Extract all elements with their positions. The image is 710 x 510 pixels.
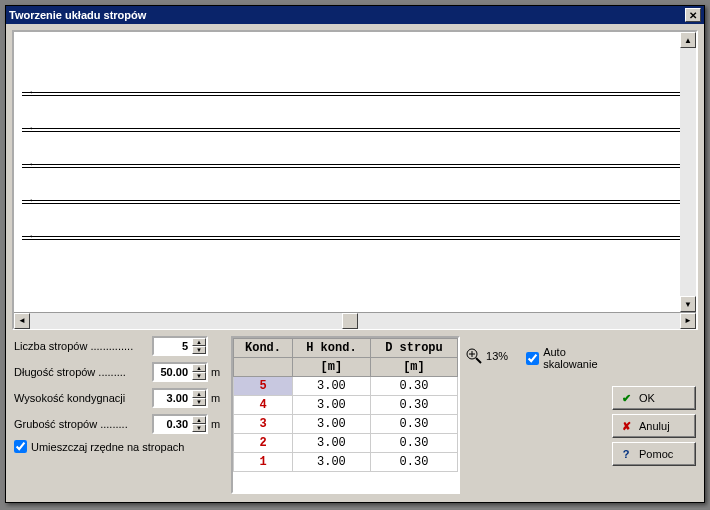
col-hkond-unit: [m] — [292, 358, 370, 377]
cell-kond[interactable]: 5 — [234, 377, 293, 396]
length-input[interactable] — [154, 364, 192, 380]
cell-h[interactable]: 3.00 — [292, 434, 370, 453]
col-hkond[interactable]: H kond. — [292, 339, 370, 358]
spin-up-icon[interactable]: ▲ — [192, 390, 206, 398]
cell-h[interactable]: 3.00 — [292, 377, 370, 396]
scroll-left-icon[interactable]: ◄ — [14, 313, 30, 329]
scroll-thumb[interactable] — [342, 313, 358, 329]
length-label: Długość stropów ......... — [14, 366, 152, 378]
vertical-scrollbar[interactable]: ▲ ▼ — [680, 32, 696, 312]
spin-up-icon[interactable]: ▲ — [192, 338, 206, 346]
autoscale-label: Auto skalowanie — [543, 346, 606, 370]
place-ordinates-label: Umieszczaj rzędne na stropach — [31, 441, 184, 453]
question-icon: ? — [619, 448, 633, 460]
arrow-left-icon: ← — [28, 158, 38, 169]
parameters-panel: Liczba stropów .............. ▲▼ Długość… — [14, 336, 225, 453]
close-icon[interactable]: ✕ — [685, 8, 701, 22]
cancel-button[interactable]: ✘ Anuluj — [612, 414, 696, 438]
thickness-stepper[interactable]: ▲▼ — [152, 414, 208, 434]
zoom-panel: 13% Auto skalowanie — [466, 336, 606, 370]
spin-down-icon[interactable]: ▼ — [192, 424, 206, 432]
thickness-label: Grubość stropów ......... — [14, 418, 152, 430]
scroll-right-icon[interactable]: ► — [680, 313, 696, 329]
cell-d[interactable]: 0.30 — [370, 396, 457, 415]
autoscale-input[interactable] — [526, 352, 539, 365]
spin-down-icon[interactable]: ▼ — [192, 398, 206, 406]
zoom-value: 13% — [486, 350, 508, 362]
titlebar: Tworzenie układu stropów ✕ — [6, 6, 704, 24]
cell-d[interactable]: 0.30 — [370, 377, 457, 396]
preview-panel: ← ← ← ← ← ▲ ▼ ◄ ► — [12, 30, 698, 330]
x-icon: ✘ — [619, 420, 633, 433]
slab-line: ← — [22, 200, 688, 204]
height-stepper[interactable]: ▲▼ — [152, 388, 208, 408]
slab-line: ← — [22, 236, 688, 240]
preview-canvas: ← ← ← ← ← — [14, 32, 696, 312]
cell-d[interactable]: 0.30 — [370, 434, 457, 453]
cell-kond[interactable]: 3 — [234, 415, 293, 434]
cell-d[interactable]: 0.30 — [370, 415, 457, 434]
cell-h[interactable]: 3.00 — [292, 415, 370, 434]
length-stepper[interactable]: ▲▼ — [152, 362, 208, 382]
autoscale-checkbox[interactable]: Auto skalowanie — [526, 346, 606, 370]
scroll-track[interactable] — [30, 313, 680, 329]
stories-stepper[interactable]: ▲▼ — [152, 336, 208, 356]
dialog-window: Tworzenie układu stropów ✕ ← ← ← ← ← ▲ ▼… — [5, 5, 705, 503]
slab-line: ← — [22, 164, 688, 168]
spin-down-icon[interactable]: ▼ — [192, 372, 206, 380]
unit-m: m — [211, 392, 225, 404]
dialog-buttons: ✔ OK ✘ Anuluj ? Pomoc — [612, 336, 696, 466]
zoom-in-icon[interactable] — [466, 347, 482, 365]
scroll-track[interactable] — [680, 48, 696, 296]
cancel-label: Anuluj — [639, 420, 670, 432]
col-dstropu-unit: [m] — [370, 358, 457, 377]
titlebar-title: Tworzenie układu stropów — [9, 9, 685, 21]
table-row[interactable]: 2 3.00 0.30 — [234, 434, 458, 453]
unit-m: m — [211, 366, 225, 378]
height-input[interactable] — [154, 390, 192, 406]
arrow-left-icon: ← — [28, 230, 38, 241]
thickness-input[interactable] — [154, 416, 192, 432]
slab-line: ← — [22, 128, 688, 132]
client-area: ← ← ← ← ← ▲ ▼ ◄ ► Liczba stropów .......… — [6, 24, 704, 502]
table-row[interactable]: 3 3.00 0.30 — [234, 415, 458, 434]
col-kond-unit — [234, 358, 293, 377]
ok-button[interactable]: ✔ OK — [612, 386, 696, 410]
bottom-panel: Liczba stropów .............. ▲▼ Długość… — [12, 330, 698, 496]
spin-down-icon[interactable]: ▼ — [192, 346, 206, 354]
scroll-down-icon[interactable]: ▼ — [680, 296, 696, 312]
stories-label: Liczba stropów .............. — [14, 340, 152, 352]
cell-kond[interactable]: 1 — [234, 453, 293, 472]
table-row[interactable]: 1 3.00 0.30 — [234, 453, 458, 472]
horizontal-scrollbar[interactable]: ◄ ► — [14, 312, 696, 328]
arrow-left-icon: ← — [28, 86, 38, 97]
place-ordinates-input[interactable] — [14, 440, 27, 453]
table-row[interactable]: 4 3.00 0.30 — [234, 396, 458, 415]
spin-up-icon[interactable]: ▲ — [192, 416, 206, 424]
cell-d[interactable]: 0.30 — [370, 453, 457, 472]
scroll-up-icon[interactable]: ▲ — [680, 32, 696, 48]
cell-h[interactable]: 3.00 — [292, 453, 370, 472]
check-icon: ✔ — [619, 392, 633, 405]
cell-h[interactable]: 3.00 — [292, 396, 370, 415]
arrow-left-icon: ← — [28, 194, 38, 205]
svg-line-1 — [476, 358, 481, 363]
table-row[interactable]: 5 3.00 0.30 — [234, 377, 458, 396]
spin-up-icon[interactable]: ▲ — [192, 364, 206, 372]
stories-table[interactable]: Kond. H kond. D stropu [m] [m] 5 — [231, 336, 460, 494]
ok-label: OK — [639, 392, 655, 404]
cell-kond[interactable]: 4 — [234, 396, 293, 415]
arrow-left-icon: ← — [28, 122, 38, 133]
height-label: Wysokość kondygnacji — [14, 392, 152, 404]
unit-m: m — [211, 418, 225, 430]
slab-line: ← — [22, 92, 688, 96]
col-kond[interactable]: Kond. — [234, 339, 293, 358]
help-button[interactable]: ? Pomoc — [612, 442, 696, 466]
col-dstropu[interactable]: D stropu — [370, 339, 457, 358]
help-label: Pomoc — [639, 448, 673, 460]
cell-kond[interactable]: 2 — [234, 434, 293, 453]
place-ordinates-checkbox[interactable]: Umieszczaj rzędne na stropach — [14, 440, 225, 453]
stories-input[interactable] — [154, 338, 192, 354]
